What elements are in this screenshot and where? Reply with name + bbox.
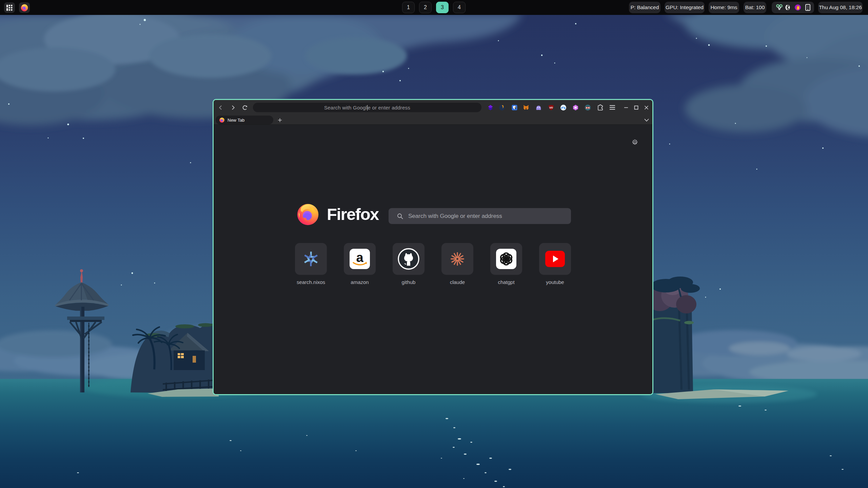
svg-text:UO: UO: [549, 106, 553, 108]
svg-text:a: a: [356, 250, 363, 265]
